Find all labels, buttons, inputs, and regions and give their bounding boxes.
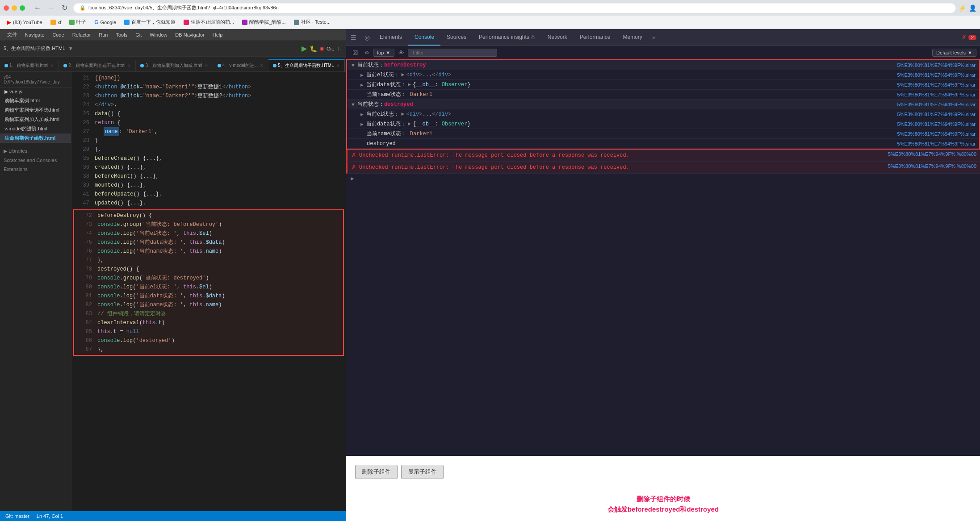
menu-navigate[interactable]: Navigate [21, 31, 48, 38]
menu-git[interactable]: Git [132, 31, 145, 38]
traffic-light-close[interactable] [4, 5, 9, 11]
tree-lifecycle-active[interactable]: 生命周期钩子函数.html [0, 133, 71, 143]
back-button[interactable]: ← [31, 2, 44, 14]
sidebar-scratches[interactable]: Scratches and Consoles [0, 156, 71, 165]
source-link-error-2[interactable]: 5%E3%80%81%E7%94%9F%.%80%00 [888, 163, 976, 169]
bookmark-baidu[interactable]: 百度一下，你就知道 [121, 18, 179, 26]
tabs-more[interactable]: » [649, 29, 659, 46]
bookmark-google[interactable]: G Google [91, 18, 120, 26]
tree-cart-select[interactable]: 购物车案列全选不选.html [0, 105, 71, 115]
ide-tab-5-active[interactable]: 5、生命周期钩子函数.HTML ✕ [268, 59, 345, 71]
devtools-icon-panel[interactable]: ☰ [346, 29, 361, 46]
run-button[interactable]: ▶ [302, 44, 307, 53]
line-num: 79 [78, 274, 92, 283]
arrow-el2[interactable]: ► [360, 112, 364, 117]
tree-cart-add[interactable]: 购物车案列加入加减.html [0, 115, 71, 124]
menu-refactor[interactable]: Refactor [69, 31, 95, 38]
show-component-button[interactable]: 显示子组件 [401, 465, 444, 479]
tab-sources[interactable]: Sources [440, 29, 473, 46]
console-entry-arrow[interactable]: ► [346, 174, 980, 183]
filter-input[interactable] [408, 49, 497, 57]
toolbar-dropdown[interactable]: ▼ [68, 46, 73, 52]
levels-dropdown[interactable]: Default levels ▼ [932, 49, 976, 57]
forward-button[interactable]: → [45, 2, 57, 14]
menu-help[interactable]: Help [209, 31, 226, 38]
devtools-icon-inspect[interactable]: ◎ [361, 29, 373, 46]
source-link-6[interactable]: 5%E3%80%81%E7%94%9F%.sirar [897, 112, 976, 117]
address-bar[interactable]: 🔒 localhost:63342/vue_day04/5、生命周期钩子函数.h… [73, 3, 956, 13]
line-num: 87 [78, 345, 92, 354]
code-line-25: 25 data() { [71, 109, 346, 118]
arrow-data2[interactable]: ► [360, 121, 364, 127]
code-text: // 组件销毁，请清定定时器 [97, 309, 166, 318]
menu-run[interactable]: Run [95, 31, 111, 38]
debug-button[interactable]: 🐛 [310, 45, 317, 52]
source-link-9[interactable]: 5%E3%80%81%E7%94%9F%.sirar [897, 141, 976, 146]
arrow-collapse[interactable]: ▼ [351, 63, 356, 68]
console-settings-button[interactable]: ⚙ [364, 50, 369, 56]
eye-button[interactable]: 👁 [398, 49, 404, 56]
git-icons[interactable]: ↑↓ [337, 46, 342, 52]
bookmark-life[interactable]: 生活不止眼前的苟... [180, 18, 238, 26]
source-link-error-1[interactable]: 5%E3%80%81%E7%94%9F%.%80%00 [888, 151, 976, 157]
arrow-collapse-2[interactable]: ▼ [351, 102, 356, 107]
code-line-41: 41 beforeUpdate() {...}, [71, 190, 346, 199]
source-link-5[interactable]: 5%E3%80%81%E7%94%9F%.sirar [897, 102, 976, 107]
expand-arrow[interactable]: ► [350, 175, 355, 182]
bookmark-community[interactable]: 社区 · Teste... [290, 18, 335, 26]
profile-button[interactable]: 👤 [969, 4, 976, 12]
bookmark-yezi[interactable]: 叶子 [66, 18, 90, 26]
extensions-button[interactable]: ⚡ [959, 4, 966, 12]
menu-db[interactable]: DB Navigator [172, 31, 208, 38]
sidebar-libraries[interactable]: ▶ Libraries [0, 146, 71, 156]
ide-tab-3[interactable]: 3、购物车案列加入加减.html ✕ [136, 60, 213, 71]
menu-code[interactable]: Code [49, 31, 67, 38]
bookmark-youtube[interactable]: ▶ (83) YouTube [4, 18, 46, 26]
arrow-data1[interactable]: ► [360, 82, 364, 88]
line-num: 29 [75, 145, 89, 154]
top-dropdown[interactable]: top ▼ [373, 49, 394, 57]
browser-chrome: ← → ↻ 🔒 localhost:63342/vue_day04/5、生命周期… [0, 0, 980, 16]
tab-elements[interactable]: Elements [373, 29, 408, 46]
console-entry-destroyed: ▼ 当前状态：destroyed 5%E3%80%81%E7%94%9F%.si… [347, 100, 979, 109]
source-link-2[interactable]: 5%E3%80%81%E7%94%9F%.sirar [897, 72, 976, 78]
stop-button[interactable]: ■ [320, 45, 323, 52]
ide-tab-1[interactable]: 1、购物车案例.html ✕ [0, 60, 59, 71]
menu-window[interactable]: Window [146, 31, 171, 38]
menu-tools[interactable]: Tools [112, 31, 131, 38]
tab-performance[interactable]: Performance [574, 29, 617, 46]
traffic-light-maximize[interactable] [20, 5, 25, 11]
bookmark-academy[interactable]: 醒酷学院_醒酷... [239, 18, 289, 26]
arrow-el1[interactable]: ► [360, 72, 364, 78]
tree-cart[interactable]: 购物车案例.html [0, 96, 71, 105]
source-link-4[interactable]: 5%E3%80%81%E7%94%9F%.sirar [897, 92, 976, 97]
ide-tab-4[interactable]: 4、v-model的进... ✕ [213, 60, 268, 71]
source-link-7[interactable]: 5%E3%80%81%E7%94%9F%.sirar [897, 121, 976, 127]
sidebar-extensions[interactable]: Extensions [0, 165, 71, 174]
code-editor[interactable]: 21 {{name}} 22 <button @click="name='Dar… [71, 72, 346, 511]
tab-perf-insights[interactable]: Performance insights ⚠ [473, 29, 541, 46]
refresh-button[interactable]: ↻ [58, 2, 71, 14]
tab-console-active[interactable]: Console [408, 29, 440, 46]
clear-console-button[interactable]: ☒ [350, 48, 361, 57]
traffic-light-minimize[interactable] [12, 5, 17, 11]
line-num: 22 [75, 83, 89, 92]
tree-vuejs[interactable]: ▶ vue.js [0, 88, 71, 96]
source-link-8[interactable]: 5%E3%80%81%E7%94%9F%.sirar [897, 131, 976, 137]
line-num: 28 [75, 136, 89, 145]
tab-memory[interactable]: Memory [617, 29, 649, 46]
menu-file[interactable]: 文件 [4, 30, 21, 39]
ide-sidebar: y04 D:\Python18\day77\vue_day ▶ vue.js 购… [0, 72, 71, 511]
tree-vmodel[interactable]: v-model的进阶.html [0, 124, 71, 133]
bookmark-xf[interactable]: xf [47, 19, 65, 26]
code-line-73: 73 console.group('当前状态: beforeDestroy') [74, 220, 343, 229]
code-line-29: 29 }, [71, 145, 346, 154]
tab-network[interactable]: Network [541, 29, 574, 46]
code-text: beforeUpdate() {...}, [95, 190, 162, 199]
source-link-3[interactable]: 5%E3%80%81%E7%94%9F%.sirar [897, 82, 976, 88]
source-link-1[interactable]: 5%E3%80%81%E7%94%9F%.sirar [897, 63, 976, 68]
delete-component-button[interactable]: 删除子组件 [355, 465, 398, 479]
error-entry-1: ✗ Unchecked runtime.lastError: The messa… [346, 150, 980, 162]
ide-status-bar: Git: master Ln 47, Col 1 [0, 511, 346, 521]
ide-tab-2[interactable]: 2、购物车案列全选不选.html ✕ [59, 60, 136, 71]
